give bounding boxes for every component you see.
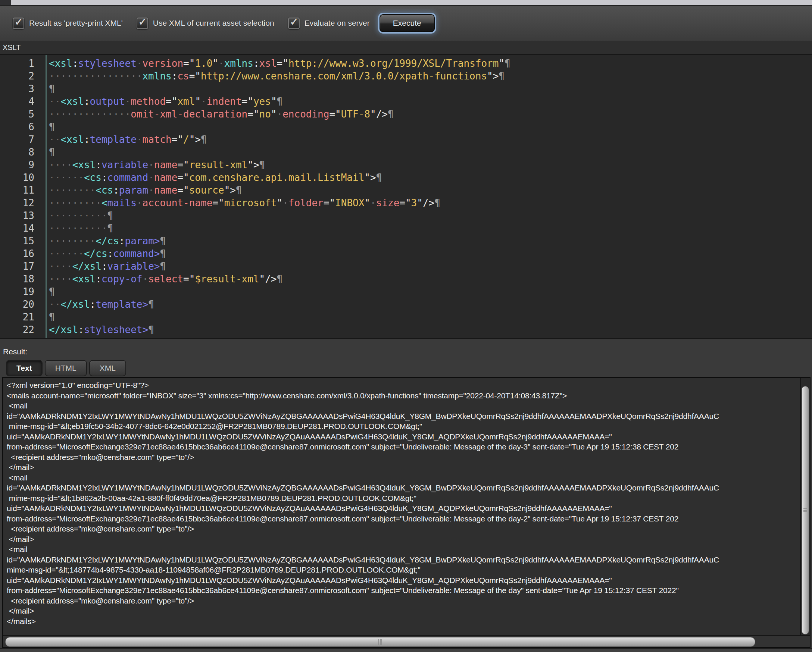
result-line: <?xml version="1.0" encoding="UTF-8"?> <box>7 380 800 390</box>
result-pane: <?xml version="1.0" encoding="UTF-8"?><m… <box>2 377 810 648</box>
result-line: from-address="MicrosoftExchange329e71ec8… <box>7 442 800 452</box>
line-number: 1 <box>0 57 40 70</box>
window-top-strip <box>0 0 812 5</box>
line-number: 5 <box>0 108 40 120</box>
checkmark-icon: ✓ <box>290 16 299 28</box>
result-line: mime-msg-id="&lt;eb19fc50-34b2-4077-8dc6… <box>7 421 800 431</box>
result-line: <mail <box>7 472 800 483</box>
scrollbar-grip-icon <box>379 639 382 645</box>
code-line: 15········</cs:param>¶ <box>0 235 812 247</box>
line-number: 17 <box>0 260 40 273</box>
horizontal-scrollbar[interactable] <box>3 635 810 647</box>
code-line: 8¶ <box>0 146 812 158</box>
result-line: <mail <box>7 401 800 411</box>
result-line: id="AAMkADRkNDM1Y2IxLWY1MWYtNDAwNy1hMDU1… <box>7 483 800 493</box>
code-line: 16······</cs:command>¶ <box>0 247 812 260</box>
line-number: 4 <box>0 95 40 108</box>
line-number: 16 <box>0 247 40 260</box>
toolbar: ✓Result as 'pretty-print XML'✓Use XML of… <box>0 5 812 41</box>
result-line: id="AAMkADRkNDM1Y2IxLWY1MWYtNDAwNy1hMDU1… <box>7 555 800 565</box>
window-top-strip-notch <box>0 0 11 5</box>
result-line: id="AAMkADRkNDM1Y2IxLWY1MWYtNDAwNy1hMDU1… <box>7 411 800 422</box>
checkmark-icon: ✓ <box>139 16 147 28</box>
vertical-scrollbar-thumb[interactable] <box>801 386 809 634</box>
result-line: from-address="MicrosoftExchange329e71ec8… <box>7 513 800 524</box>
line-number: 2 <box>0 70 40 82</box>
checkbox-label: Result as 'pretty-print XML' <box>29 19 123 27</box>
tab-html[interactable]: HTML <box>45 360 87 376</box>
code-line: 19¶ <box>0 285 812 298</box>
checkbox-pretty-print-xml[interactable]: ✓ <box>13 18 24 29</box>
code-line: 2················xmlns:cs="http://www.ce… <box>0 70 812 82</box>
bottom-strip <box>0 648 812 652</box>
tab-text[interactable]: Text <box>6 360 43 376</box>
result-line: mime-msg-id="&lt;1b862a2b-00aa-42a1-880f… <box>7 493 800 504</box>
result-line: uid="AAMkADRkNDM1Y2IxLWY1MWYtNDAwNy1hMDU… <box>7 575 800 586</box>
code-line: 11········<cs:param·name="source">¶ <box>0 184 812 197</box>
line-number: 20 <box>0 298 40 311</box>
line-number: 18 <box>0 273 40 285</box>
checkbox-use-current-asset-xml[interactable]: ✓ <box>137 18 148 29</box>
code-line: 6¶ <box>0 120 812 133</box>
checkbox-group-evaluate-on-server: ✓Evaluate on server <box>288 18 370 29</box>
tab-xml[interactable]: XML <box>89 360 126 376</box>
line-number: 19 <box>0 285 40 298</box>
line-number: 11 <box>0 184 40 197</box>
result-line: </mails> <box>7 616 800 627</box>
result-line: <recipient address="mko@censhare.com" ty… <box>7 452 800 463</box>
line-number: 21 <box>0 311 40 323</box>
code-line: 14··········¶ <box>0 222 812 235</box>
code-line: 3¶ <box>0 82 812 95</box>
code-lines: 1<xsl:stylesheet·version="1.0"·xmlns:xsl… <box>0 55 812 336</box>
xslt-label: XSLT <box>0 43 21 52</box>
checkbox-label: Use XML of current asset selection <box>153 19 274 27</box>
code-line: 9····<xsl:variable·name="result-xml">¶ <box>0 158 812 171</box>
result-line: </mail> <box>7 534 800 545</box>
checkbox-group-use-current-asset-xml: ✓Use XML of current asset selection <box>137 18 274 29</box>
checkbox-label: Evaluate on server <box>304 19 370 27</box>
line-number: 9 <box>0 158 40 171</box>
line-number: 15 <box>0 235 40 247</box>
result-line: <mail <box>7 544 800 555</box>
checkbox-group-pretty-print-xml: ✓Result as 'pretty-print XML' <box>13 18 123 29</box>
line-number: 22 <box>0 323 40 336</box>
checkbox-evaluate-on-server[interactable]: ✓ <box>288 18 300 29</box>
vertical-scrollbar[interactable] <box>800 378 810 635</box>
code-line: 5··············omit-xml-declaration="no"… <box>0 108 812 120</box>
scrollbar-grip-icon <box>803 509 807 512</box>
code-line: 18····<xsl:copy-of·select="$result-xml"/… <box>0 273 812 285</box>
gutter-separator <box>46 55 47 338</box>
result-tabs: TextHTMLXML <box>6 360 812 376</box>
code-line: 10······<cs:command·name="com.censhare.a… <box>0 171 812 184</box>
line-number: 8 <box>0 146 40 158</box>
result-line: from-address="MicrosoftExchange329e71ec8… <box>7 585 800 596</box>
result-line: </mail> <box>7 462 800 472</box>
line-number: 6 <box>0 120 40 133</box>
line-number: 13 <box>0 209 40 222</box>
result-line: <recipient address="mko@censhare.com" ty… <box>7 596 800 606</box>
result-line: mime-msg-id="&lt;148774b4-9875-4330-aa18… <box>7 565 800 575</box>
code-line: 4··<xsl:output·method="xml"·indent="yes"… <box>0 95 812 108</box>
checkmark-icon: ✓ <box>15 16 23 28</box>
result-line: </mail> <box>7 606 800 616</box>
horizontal-scrollbar-thumb[interactable] <box>5 637 755 647</box>
result-label: Result: <box>3 347 812 356</box>
line-number: 3 <box>0 82 40 95</box>
code-line: 12·········<mails·account-name="microsof… <box>0 197 812 209</box>
result-line: uid="AAMkADRkNDM1Y2IxLWY1MWYtNDAwNy1hMDU… <box>7 431 800 442</box>
checkbox-group-row: ✓Result as 'pretty-print XML'✓Use XML of… <box>13 18 370 29</box>
line-number: 14 <box>0 222 40 235</box>
line-number: 12 <box>0 197 40 209</box>
line-number: 10 <box>0 171 40 184</box>
xslt-code-editor[interactable]: 1<xsl:stylesheet·version="1.0"·xmlns:xsl… <box>0 54 812 339</box>
code-line: 7··<xsl:template·match="/">¶ <box>0 133 812 146</box>
code-line: 1<xsl:stylesheet·version="1.0"·xmlns:xsl… <box>0 57 812 70</box>
result-line: uid="AAMkADRkNDM1Y2IxLWY1MWYtNDAwNy1hMDU… <box>7 503 800 513</box>
code-line: 22</xsl:stylesheet>¶ <box>0 323 812 336</box>
result-line: <mails account-name="microsoft" folder="… <box>7 390 800 401</box>
code-line: 21¶ <box>0 311 812 323</box>
result-line: <recipient address="mko@censhare.com" ty… <box>7 524 800 534</box>
execute-button[interactable]: Execute <box>380 14 435 32</box>
code-line: 20··</xsl:template>¶ <box>0 298 812 311</box>
result-text: <?xml version="1.0" encoding="UTF-8"?><m… <box>3 378 800 635</box>
